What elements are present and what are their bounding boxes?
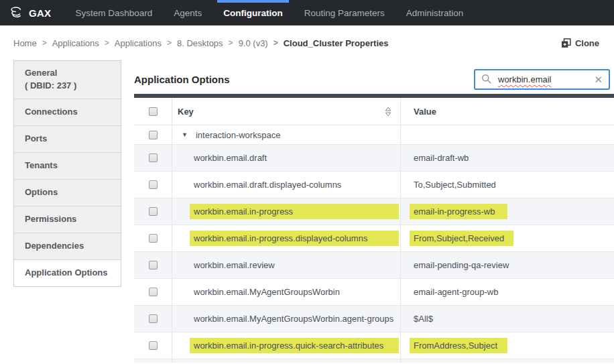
row-checkbox[interactable] xyxy=(149,314,158,323)
sidebar-item-permissions[interactable]: Permissions xyxy=(14,206,121,233)
breadcrumb-desktops[interactable]: 8. Desktops xyxy=(162,38,223,48)
row-key-cell: workbin.email.MyAgentGroupsWorbin.agent-… xyxy=(172,306,401,332)
clone-label: Clone xyxy=(575,38,599,48)
sidebar-item-label: General xyxy=(25,67,110,80)
table-row: workbin.email.draft email-draft-wb xyxy=(134,145,614,172)
row-checkbox-cell xyxy=(134,332,172,359)
breadcrumb: Home Applications Applications 8. Deskto… xyxy=(13,38,388,48)
key-column-header[interactable]: Key xyxy=(178,107,194,117)
row-key-cell: workbin.email.in-progress xyxy=(172,198,401,225)
row-checkbox[interactable] xyxy=(149,234,158,243)
table-row: workbin.email.draft.displayed-columns To… xyxy=(134,172,614,198)
group-key-cell: ▼ interaction-workspace xyxy=(172,125,401,144)
triangle-down-icon[interactable]: ▼ xyxy=(182,131,188,138)
option-key: workbin.email.MyAgentGroupsWorbin xyxy=(194,287,340,297)
row-checkbox-cell xyxy=(134,145,172,171)
row-checkbox[interactable] xyxy=(149,180,158,189)
row-checkbox[interactable] xyxy=(149,154,158,162)
option-value: FromAddress,Subject xyxy=(410,338,507,353)
row-checkbox[interactable] xyxy=(149,288,158,296)
clear-search-icon[interactable]: ✕ xyxy=(594,74,603,84)
breadcrumb-applications-1[interactable]: Applications xyxy=(37,38,99,48)
header-key-cell: Key xyxy=(172,98,401,125)
page-title: Application Options xyxy=(134,74,230,85)
row-value-cell: email-pending-qa-review xyxy=(401,252,614,278)
sidebar-item-dependencies[interactable]: Dependencies xyxy=(14,233,121,259)
sidebar-item-application-options[interactable]: Application Options xyxy=(14,259,121,286)
row-checkbox-cell xyxy=(134,306,172,332)
row-value-cell: email-draft-wb xyxy=(401,145,614,171)
table-row: workbin.email.review email-pending-qa-re… xyxy=(134,252,614,279)
sidebar-item-connections[interactable]: Connections xyxy=(14,99,121,125)
option-key: workbin.email.in-progress xyxy=(190,204,399,219)
row-key-cell: workbin.email.draft xyxy=(172,145,401,171)
top-nav: GAX System Dashboard Agents Configuratio… xyxy=(0,0,614,25)
sidebar-item-options[interactable]: Options xyxy=(14,179,121,206)
row-checkbox-cell xyxy=(134,359,172,363)
option-value: $All$ xyxy=(414,314,433,324)
sidebar-item-ports[interactable]: Ports xyxy=(14,125,121,152)
sort-icon[interactable] xyxy=(385,107,391,117)
option-key: workbin.email.draft xyxy=(194,153,267,163)
row-value-cell: email-in-progress-wb xyxy=(401,198,614,225)
header-checkbox-cell xyxy=(134,98,172,125)
sidebar: General ( DBID: 237 ) Connections Ports … xyxy=(13,60,121,287)
row-checkbox[interactable] xyxy=(149,131,158,139)
sidebar-item-general[interactable]: General ( DBID: 237 ) xyxy=(14,61,121,99)
row-checkbox[interactable] xyxy=(149,341,158,350)
search-icon xyxy=(481,74,492,84)
gax-logo-icon xyxy=(9,6,23,20)
group-row-interaction-workspace: ▼ interaction-workspace xyxy=(134,125,614,145)
search-value: workbin.email xyxy=(498,74,588,84)
nav-item-configuration[interactable]: Configuration xyxy=(212,0,293,25)
row-key-cell: workbin.email.MyAgentGroupsWorbin xyxy=(172,279,401,305)
partial-next-row xyxy=(134,359,614,363)
breadcrumb-home[interactable]: Home xyxy=(13,38,37,48)
row-checkbox-cell xyxy=(134,279,172,305)
breadcrumb-applications-2[interactable]: Applications xyxy=(99,38,162,48)
option-key: workbin.email.review xyxy=(194,260,275,270)
row-value-cell: FromAddress,Subject xyxy=(401,332,614,359)
option-value: email-in-progress-wb xyxy=(410,204,507,219)
row-value-cell: To,Subject,Submitted xyxy=(401,172,614,198)
option-value: email-draft-wb xyxy=(414,153,469,163)
table-row: workbin.email.in-progress email-in-progr… xyxy=(134,198,614,225)
row-key-cell: workbin.email.in-progress.displayed-colu… xyxy=(172,225,401,251)
search-input[interactable]: workbin.email ✕ xyxy=(474,69,610,90)
clone-button[interactable]: Clone xyxy=(561,38,599,48)
nav-item-agents[interactable]: Agents xyxy=(163,0,212,25)
group-label: interaction-workspace xyxy=(196,130,280,140)
header-value-cell: Value xyxy=(401,98,614,125)
row-value-cell: $All$ xyxy=(401,306,614,332)
select-all-checkbox[interactable] xyxy=(149,107,158,116)
sidebar-item-tenants[interactable]: Tenants xyxy=(14,152,121,179)
option-key: workbin.email.in-progress.quick-search-a… xyxy=(190,338,399,353)
row-checkbox-cell xyxy=(134,252,172,278)
clone-icon xyxy=(561,38,571,48)
breadcrumb-current: Cloud_Cluster Properties xyxy=(268,38,389,48)
row-value-cell xyxy=(401,359,614,363)
option-value: To,Subject,Submitted xyxy=(414,180,496,190)
content-layout: General ( DBID: 237 ) Connections Ports … xyxy=(0,60,614,363)
sidebar-item-dbid: ( DBID: 237 ) xyxy=(25,80,110,93)
nav-item-system-dashboard[interactable]: System Dashboard xyxy=(64,0,163,25)
row-checkbox-cell xyxy=(134,125,172,144)
option-key: workbin.email.draft.displayed-columns xyxy=(194,180,341,190)
breadcrumb-bar: Home Applications Applications 8. Deskto… xyxy=(0,25,614,60)
breadcrumb-version[interactable]: 9.0 (v3) xyxy=(223,38,268,48)
row-key-cell: workbin.email.in-progress.quick-search-a… xyxy=(172,332,401,359)
nav-item-administration[interactable]: Administration xyxy=(395,0,475,25)
option-key: workbin.email.in-progress.displayed-colu… xyxy=(190,231,399,246)
row-value-cell: From,Subject,Received xyxy=(401,225,614,251)
table-row: workbin.email.MyAgentGroupsWorbin email-… xyxy=(134,279,614,306)
option-value: email-agent-group-wb xyxy=(414,287,498,297)
nav-item-routing-parameters[interactable]: Routing Parameters xyxy=(294,0,395,25)
option-value: email-pending-qa-review xyxy=(414,260,509,270)
gax-brand[interactable]: GAX xyxy=(9,0,51,25)
row-checkbox[interactable] xyxy=(149,261,158,269)
table-row: workbin.email.in-progress.quick-search-a… xyxy=(134,332,614,359)
value-column-header[interactable]: Value xyxy=(414,107,436,117)
row-checkbox[interactable] xyxy=(149,207,158,216)
main-panel: Application Options workbin.email ✕ Key xyxy=(134,60,614,363)
brand-name: GAX xyxy=(29,7,51,19)
